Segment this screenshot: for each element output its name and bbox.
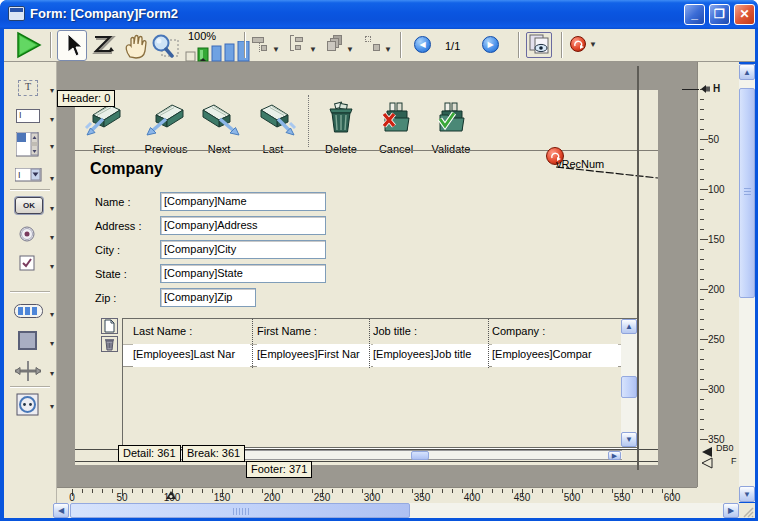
- field-input-address[interactable]: [Company]Address: [160, 216, 326, 235]
- previous-button-label: Previous: [137, 143, 195, 155]
- scroll-thumb[interactable]: [739, 88, 755, 298]
- column-separator[interactable]: [252, 319, 253, 368]
- table-cell-lastname[interactable]: [Employees]Last Nar: [133, 344, 250, 367]
- run-test-button[interactable]: [14, 31, 42, 62]
- folder-cancel-icon: [370, 100, 422, 140]
- palette-progress-bar-tool[interactable]: ▾: [10, 302, 56, 326]
- scroll-thumb[interactable]: [621, 376, 637, 398]
- scroll-right-arrow[interactable]: ▶: [608, 451, 621, 460]
- select-tool-button[interactable]: [57, 30, 87, 61]
- next-button-label: Next: [193, 143, 245, 155]
- table-add-row-button[interactable]: [101, 318, 118, 334]
- table-header-firstname[interactable]: First Name :: [257, 319, 369, 344]
- ruler-tick-label: 50: [110, 492, 134, 503]
- scroll-down-arrow[interactable]: ▼: [621, 432, 637, 447]
- small-trash-icon: [102, 337, 117, 351]
- scroll-down-arrow[interactable]: ▼: [739, 486, 755, 502]
- minimize-button[interactable]: _: [684, 4, 705, 25]
- variable-control[interactable]: vRecNum: [556, 158, 604, 170]
- window-resize-grip[interactable]: [739, 503, 755, 518]
- palette-separator: [10, 189, 50, 191]
- position-marker-icon[interactable]: [165, 490, 177, 501]
- tab-order-tool-button[interactable]: [92, 30, 118, 61]
- scroll-thumb[interactable]: [70, 503, 410, 518]
- table-delete-row-button[interactable]: [101, 336, 118, 352]
- cancel-button[interactable]: Cancel: [370, 100, 422, 156]
- check-box-icon: [19, 255, 37, 273]
- ruler-tick-label: 50: [708, 134, 719, 145]
- ruler-major-ticks: [700, 89, 708, 441]
- palette-ole-control-tool[interactable]: ▾: [10, 393, 56, 419]
- toolbar-separator: [50, 32, 52, 58]
- previous-plane-button[interactable]: ◀: [414, 36, 431, 53]
- main-horizontal-scrollbar[interactable]: ◀ ▶: [53, 503, 739, 518]
- palette-shape-tool[interactable]: ▾: [10, 330, 56, 356]
- footer-marker-icon[interactable]: [701, 457, 715, 469]
- rectangle-shape-icon: [18, 331, 37, 350]
- column-separator[interactable]: [488, 319, 489, 368]
- ruler-tick-label: 400: [460, 492, 484, 503]
- delete-button[interactable]: Delete: [315, 100, 367, 156]
- align-icon: [252, 35, 269, 52]
- maximize-button[interactable]: ❐: [709, 4, 730, 25]
- thumb-grip: [233, 508, 249, 515]
- break-band-tag[interactable]: Break: 361: [182, 445, 245, 462]
- form-right-boundary[interactable]: [637, 66, 639, 470]
- last-button[interactable]: Last: [247, 100, 299, 156]
- palette-radio-button-tool[interactable]: ▾: [10, 225, 56, 249]
- pan-tool-button[interactable]: [121, 30, 147, 61]
- form-canvas[interactable]: First Previous: [75, 90, 658, 465]
- detail-band-tag[interactable]: Detail: 361: [118, 445, 181, 462]
- ruler-tick-label: 350: [410, 492, 434, 503]
- palette-combo-box-tool[interactable]: I ▾: [10, 166, 56, 190]
- toolbar-separator: [400, 32, 402, 58]
- close-button[interactable]: ✕: [734, 4, 755, 25]
- employees-table[interactable]: Last Name : First Name : Job title : Com…: [122, 318, 638, 448]
- column-separator[interactable]: [369, 319, 370, 368]
- field-label-city: City :: [95, 244, 120, 256]
- first-button[interactable]: First: [78, 100, 130, 156]
- scroll-up-arrow[interactable]: ▲: [739, 64, 755, 80]
- field-input-zip[interactable]: [Company]Zip: [160, 288, 256, 307]
- palette-check-box-tool[interactable]: ▾: [10, 254, 56, 278]
- header-band-tag[interactable]: Header: 0: [57, 90, 115, 107]
- scroll-up-arrow[interactable]: ▲: [621, 319, 637, 334]
- palette-button-tool[interactable]: OK ▾: [10, 196, 56, 220]
- title-bar[interactable]: Form: [Company]Form2 _ ❐ ✕: [0, 0, 758, 29]
- field-input-state[interactable]: [Company]State: [160, 264, 326, 283]
- palette-splitter-tool[interactable]: ▾: [10, 361, 56, 385]
- trash-delete-icon: [315, 100, 367, 140]
- header-band-separator-line[interactable]: [75, 150, 658, 151]
- table-header-company[interactable]: Company :: [492, 319, 618, 344]
- button-group-separator: [308, 95, 309, 147]
- palette-edit-control-tool[interactable]: I ▾: [10, 107, 56, 131]
- next-button[interactable]: Next: [193, 100, 245, 156]
- field-input-name[interactable]: [Company]Name: [160, 192, 326, 211]
- scroll-right-arrow[interactable]: ▶: [723, 503, 739, 518]
- section-title[interactable]: Company: [90, 160, 163, 178]
- app-window: Form: [Company]Form2 _ ❐ ✕: [0, 0, 758, 521]
- ruler-tick-label: 0: [60, 492, 84, 503]
- footer-band-tag[interactable]: Footer: 371: [246, 461, 312, 478]
- main-vertical-scrollbar[interactable]: ▲ ▼: [739, 64, 755, 502]
- table-cell-jobtitle[interactable]: [Employees]Job title: [373, 344, 489, 367]
- table-cell-company[interactable]: [Employees]Compar: [492, 344, 618, 367]
- previous-button[interactable]: Previous: [137, 100, 195, 156]
- validate-button[interactable]: Validate: [425, 100, 477, 156]
- palette-list-box-tool[interactable]: ▾: [10, 132, 56, 160]
- next-plane-button[interactable]: ▶: [482, 36, 499, 53]
- table-cell-firstname[interactable]: [Employees]First Nar: [257, 344, 371, 367]
- zoom-level-control[interactable]: 100%: [185, 30, 253, 61]
- table-header-lastname[interactable]: Last Name :: [133, 319, 249, 344]
- vertical-ruler[interactable]: 50 100 150 200 250 300 350 H DB0 F: [697, 62, 739, 487]
- table-vertical-scrollbar[interactable]: ▲ ▼: [621, 319, 637, 447]
- palette-static-text-tool[interactable]: T ▾: [10, 78, 56, 102]
- field-input-city[interactable]: [Company]City: [160, 240, 326, 259]
- table-header-jobtitle[interactable]: Job title :: [373, 319, 485, 344]
- horizontal-ruler[interactable]: 0 50 100 150 200 250 300 350 400 450 500…: [57, 487, 697, 503]
- scroll-left-arrow[interactable]: ◀: [53, 503, 69, 518]
- zoom-tool-button[interactable]: [150, 30, 182, 61]
- scroll-thumb[interactable]: [411, 451, 429, 460]
- ruler-tick-label: 150: [708, 234, 725, 245]
- preview-button[interactable]: [526, 32, 552, 58]
